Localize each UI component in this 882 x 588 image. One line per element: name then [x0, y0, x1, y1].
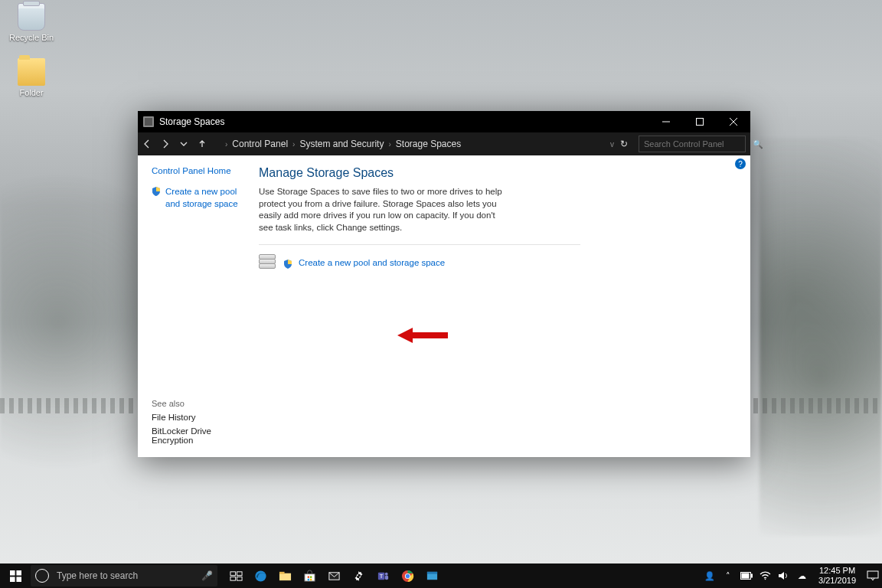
breadcrumb-item[interactable]: Storage Spaces: [396, 139, 461, 149]
svg-rect-17: [309, 578, 311, 580]
clock-time: 12:45 PM: [818, 566, 856, 576]
control-panel-search[interactable]: 🔍: [639, 136, 746, 152]
window-title: Storage Spaces: [159, 116, 224, 127]
page-heading: Manage Storage Spaces: [259, 166, 729, 180]
svg-rect-12: [279, 571, 284, 573]
start-button[interactable]: [0, 564, 31, 588]
action-center-button[interactable]: [864, 564, 882, 588]
divider: [259, 244, 580, 245]
nav-back-button[interactable]: [138, 132, 156, 155]
svg-rect-5: [16, 577, 21, 582]
tray-people-icon[interactable]: 👤: [701, 564, 719, 588]
svg-rect-6: [230, 571, 235, 575]
close-button[interactable]: [717, 111, 750, 132]
system-tray: 👤 ˄ ☁ 12:45 PM 3/21/2019: [701, 564, 882, 588]
storage-pool-icon: [259, 254, 277, 271]
taskbar-app-chrome[interactable]: [395, 564, 420, 588]
svg-rect-16: [307, 578, 309, 580]
taskbar-app-settings[interactable]: [346, 564, 371, 588]
minimize-button[interactable]: [649, 111, 683, 132]
svg-point-25: [405, 573, 409, 577]
desktop-icon-label: Recycle Bin: [5, 33, 58, 42]
microphone-icon[interactable]: 🎤: [201, 570, 213, 581]
chevron-right-icon: ›: [292, 140, 295, 149]
svg-point-21: [384, 572, 387, 575]
desktop-icon-folder[interactable]: Folder: [5, 58, 58, 97]
nav-recent-button[interactable]: [175, 132, 193, 155]
window-body: ? Control Panel Home Create a new pool a…: [138, 155, 750, 457]
svg-rect-14: [307, 576, 309, 577]
tray-volume-icon[interactable]: [774, 564, 792, 588]
cortana-icon: [35, 569, 49, 583]
chevron-right-icon: ›: [225, 140, 227, 149]
svg-rect-4: [10, 577, 15, 582]
breadcrumb-item[interactable]: System and Security: [299, 139, 384, 149]
svg-rect-7: [237, 571, 242, 575]
storage-spaces-icon: [143, 116, 154, 127]
svg-rect-13: [304, 573, 314, 580]
see-also-header: See also: [152, 399, 247, 408]
desktop-icon-recycle-bin[interactable]: Recycle Bin: [5, 3, 58, 42]
taskbar-clock[interactable]: 12:45 PM 3/21/2019: [811, 566, 864, 585]
breadcrumb: › Control Panel › System and Security › …: [216, 139, 610, 149]
uac-shield-icon: [152, 187, 161, 196]
tray-wifi-icon[interactable]: [756, 564, 774, 588]
sidebar-create-pool-link[interactable]: Create a new pool and storage space: [152, 186, 247, 210]
svg-rect-8: [230, 577, 235, 580]
taskbar-app-mail[interactable]: [322, 564, 346, 588]
main-content: Manage Storage Spaces Use Storage Spaces…: [254, 155, 750, 457]
taskbar-app-edge[interactable]: [248, 564, 273, 588]
address-bar: › Control Panel › System and Security › …: [138, 132, 750, 155]
window-titlebar[interactable]: Storage Spaces: [138, 111, 750, 132]
svg-rect-11: [279, 573, 290, 580]
taskbar: Type here to search 🎤 T: [0, 564, 882, 588]
tray-battery-icon[interactable]: [737, 564, 756, 588]
sidebar-item-label: Create a new pool and storage space: [165, 186, 247, 210]
help-button[interactable]: ?: [735, 158, 746, 169]
search-placeholder: Type here to search: [57, 570, 138, 581]
see-also-bitlocker[interactable]: BitLocker Drive Encryption: [152, 426, 247, 445]
svg-text:T: T: [379, 573, 383, 580]
svg-rect-15: [309, 576, 311, 577]
tray-onedrive-icon[interactable]: ☁: [792, 564, 811, 588]
create-pool-link[interactable]: Create a new pool and storage space: [299, 258, 445, 267]
svg-rect-0: [697, 119, 704, 126]
svg-rect-30: [742, 573, 749, 578]
svg-rect-3: [16, 570, 21, 576]
control-panel-window: Storage Spaces › Control Panel › System …: [138, 111, 750, 457]
search-input[interactable]: [644, 139, 750, 149]
control-panel-home-link[interactable]: Control Panel Home: [152, 166, 247, 175]
svg-rect-27: [426, 571, 436, 573]
svg-point-31: [764, 579, 766, 580]
maximize-button[interactable]: [683, 111, 717, 132]
taskbar-app-file-explorer[interactable]: [273, 564, 297, 588]
taskbar-app-store[interactable]: [297, 564, 322, 588]
taskbar-app-generic[interactable]: [420, 564, 444, 588]
sidebar: Control Panel Home Create a new pool and…: [138, 155, 254, 457]
desktop: Recycle Bin Folder Storage Spaces › Cont…: [0, 0, 882, 588]
uac-shield-icon: [283, 258, 292, 267]
search-icon: 🔍: [753, 139, 763, 149]
svg-rect-9: [237, 577, 242, 580]
svg-rect-32: [867, 571, 878, 578]
svg-rect-2: [10, 570, 15, 576]
desktop-icon-label: Folder: [5, 88, 58, 97]
nav-up-button[interactable]: [193, 132, 211, 155]
svg-rect-22: [384, 575, 387, 580]
chevron-right-icon: ›: [388, 140, 390, 149]
taskbar-app-teams[interactable]: T: [371, 564, 395, 588]
taskbar-search[interactable]: Type here to search 🎤: [31, 565, 217, 586]
refresh-button[interactable]: ↻: [614, 139, 634, 149]
folder-icon: [18, 58, 45, 86]
breadcrumb-item[interactable]: Control Panel: [232, 139, 288, 149]
clock-date: 3/21/2019: [818, 576, 856, 586]
tray-overflow-button[interactable]: ˄: [719, 564, 737, 588]
svg-rect-29: [751, 574, 753, 577]
nav-forward-button[interactable]: [156, 132, 175, 155]
page-description: Use Storage Spaces to save files to two …: [259, 186, 511, 234]
recycle-bin-icon: [18, 3, 45, 31]
create-pool-action: Create a new pool and storage space: [259, 254, 729, 271]
task-view-button[interactable]: [224, 564, 248, 588]
see-also-file-history[interactable]: File History: [152, 413, 247, 422]
